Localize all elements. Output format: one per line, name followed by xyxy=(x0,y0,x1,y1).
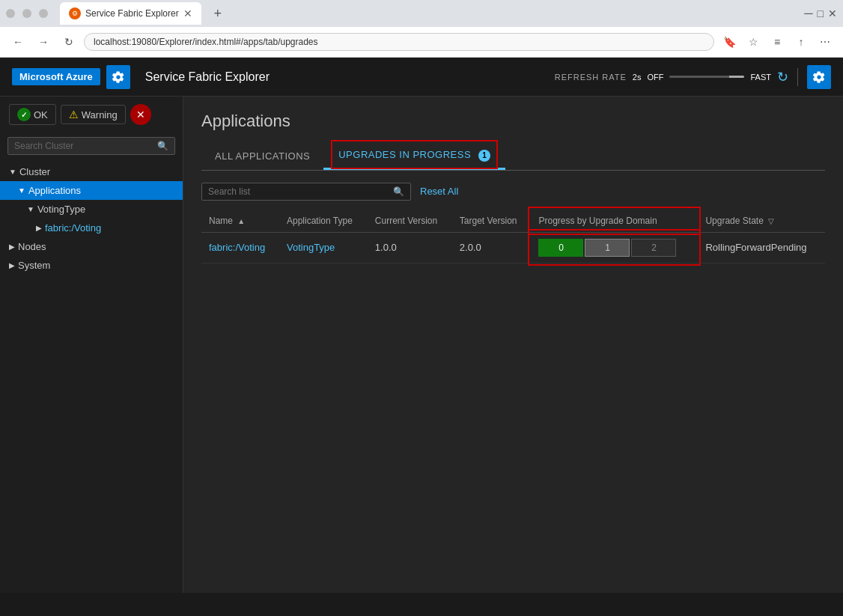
search-cluster-input[interactable] xyxy=(14,141,157,151)
back-button[interactable]: ← xyxy=(7,31,28,52)
table-header-row: Name ▲ Application Type Current Version … xyxy=(201,210,825,233)
applications-table: Name ▲ Application Type Current Version … xyxy=(201,210,825,263)
tab-all-applications[interactable]: ALL APPLICATIONS xyxy=(201,144,323,170)
table-body: fabric:/Voting VotingType 1.0.0 2.0.0 xyxy=(201,232,825,263)
status-warning-button[interactable]: ⚠ Warning xyxy=(61,105,126,124)
cell-name: fabric:/Voting xyxy=(201,232,279,263)
more-icon[interactable]: ⋯ xyxy=(815,31,836,52)
col-upgrade-state-filter-icon[interactable]: ▽ xyxy=(768,217,774,225)
browser-window: ⚙ Service Fabric Explorer ✕ + ─ □ ✕ ← → … xyxy=(0,0,843,58)
ok-icon: ✓ xyxy=(17,108,31,121)
refresh-slider[interactable] xyxy=(669,76,744,78)
col-upgrade-state-label: Upgrade State xyxy=(705,216,763,226)
page-title: Applications xyxy=(201,112,825,131)
nodes-label: Nodes xyxy=(18,241,46,252)
warning-label: Warning xyxy=(82,109,118,121)
tab-favicon: ⚙ xyxy=(69,7,81,19)
col-progress-label: Progress by Upgrade Domain xyxy=(538,216,657,226)
address-bar[interactable] xyxy=(84,33,714,51)
cell-progress: 0 1 2 xyxy=(531,232,698,263)
search-cluster-area: 🔍 xyxy=(0,132,183,159)
tab-title: Service Fabric Explorer xyxy=(85,8,179,19)
sidebar-item-nodes[interactable]: ▶ Nodes xyxy=(0,237,183,256)
refresh-button[interactable]: ↻ xyxy=(58,31,79,52)
tab-upgrades-in-progress[interactable]: UPGRADES IN PROGRESS 1 xyxy=(323,143,505,170)
share-icon[interactable]: ↑ xyxy=(791,31,812,52)
search-reset-row: 🔍 Reset All xyxy=(201,183,825,201)
new-tab-button[interactable]: + xyxy=(207,3,228,24)
fabric-voting-label: fabric:/Voting xyxy=(45,222,101,234)
content-area: Applications ALL APPLICATIONS UPGRADES I… xyxy=(183,97,843,593)
settings-button[interactable] xyxy=(807,65,831,89)
off-label: OFF xyxy=(647,73,663,82)
error-icon: ✕ xyxy=(136,109,145,121)
cell-app-type: VotingType xyxy=(279,232,368,263)
app-title: Service Fabric Explorer xyxy=(145,70,270,84)
tab-close-button[interactable]: ✕ xyxy=(183,7,192,19)
sidebar-tree: ▼ Cluster ▼ Applications ▼ VotingType ▶ … xyxy=(0,159,183,278)
menu-icon[interactable]: ≡ xyxy=(767,31,788,52)
window-maximize-btn[interactable]: □ xyxy=(818,7,824,19)
window-close[interactable] xyxy=(39,9,48,18)
logo-area: Microsoft Azure Service Fabric Explorer xyxy=(12,65,270,89)
forward-button[interactable]: → xyxy=(33,31,54,52)
tab-bar: ALL APPLICATIONS UPGRADES IN PROGRESS 1 xyxy=(201,143,825,171)
status-error-button[interactable]: ✕ xyxy=(130,104,151,125)
col-name-sort-icon[interactable]: ▲ xyxy=(237,217,245,225)
window-minimize[interactable] xyxy=(6,9,15,18)
col-app-type-label: Application Type xyxy=(287,216,353,226)
app-type-link[interactable]: VotingType xyxy=(287,242,335,253)
target-version-value: 2.0.0 xyxy=(460,242,481,253)
cell-target-version: 2.0.0 xyxy=(452,232,532,263)
app-icon-button[interactable] xyxy=(106,65,130,89)
settings-gear-icon xyxy=(812,70,826,84)
col-current-version-label: Current Version xyxy=(375,216,437,226)
ud-block-0: 0 xyxy=(538,239,583,257)
sidebar-item-cluster[interactable]: ▼ Cluster xyxy=(0,162,183,181)
list-search-input[interactable] xyxy=(208,186,393,197)
reset-all-button[interactable]: Reset All xyxy=(420,186,458,197)
sidebar-item-applications[interactable]: ▼ Applications xyxy=(0,181,183,200)
bookmark-icon[interactable]: 🔖 xyxy=(719,31,740,52)
ud-block-2: 2 xyxy=(631,239,676,257)
ud-block-1: 1 xyxy=(585,239,630,257)
status-ok-button[interactable]: ✓ OK xyxy=(9,104,56,125)
refresh-rate-label: REFRESH RATE xyxy=(555,73,627,82)
fabric-voting-chevron: ▶ xyxy=(36,224,42,232)
system-chevron: ▶ xyxy=(9,261,15,269)
refresh-circle-button[interactable]: ↻ xyxy=(777,69,788,85)
sidebar-item-fabric-voting[interactable]: ▶ fabric:/Voting xyxy=(0,219,183,237)
window-maximize[interactable] xyxy=(22,9,31,18)
col-target-version: Target Version xyxy=(452,210,532,233)
sidebar-item-system[interactable]: ▶ System xyxy=(0,256,183,275)
upgrade-domain-progress: 0 1 2 xyxy=(538,239,690,257)
cell-upgrade-state: RollingForwardPending xyxy=(698,232,825,263)
header-divider xyxy=(797,68,798,86)
sidebar: ✓ OK ⚠ Warning ✕ 🔍 xyxy=(0,97,183,593)
app-header: Microsoft Azure Service Fabric Explorer … xyxy=(0,58,843,97)
system-label: System xyxy=(18,260,50,271)
table-row: fabric:/Voting VotingType 1.0.0 2.0.0 xyxy=(201,232,825,263)
col-name: Name ▲ xyxy=(201,210,279,233)
sidebar-item-votingtype[interactable]: ▼ VotingType xyxy=(0,200,183,219)
col-current-version: Current Version xyxy=(368,210,452,233)
col-name-label: Name xyxy=(209,216,233,226)
browser-titlebar: ⚙ Service Fabric Explorer ✕ + ─ □ ✕ xyxy=(0,0,843,27)
app-name-link[interactable]: fabric:/Voting xyxy=(209,242,265,253)
search-cluster-input-wrap: 🔍 xyxy=(7,137,175,155)
star-icon[interactable]: ☆ xyxy=(743,31,764,52)
nodes-chevron: ▶ xyxy=(9,243,15,251)
tab-upgrades-label: UPGRADES IN PROGRESS xyxy=(338,149,471,160)
window-close-btn[interactable]: ✕ xyxy=(828,7,837,19)
cell-current-version: 1.0.0 xyxy=(368,232,452,263)
window-minimize-btn[interactable]: ─ xyxy=(804,7,812,20)
sidebar-status: ✓ OK ⚠ Warning ✕ xyxy=(0,97,183,132)
browser-tab-active[interactable]: ⚙ Service Fabric Explorer ✕ xyxy=(60,2,201,25)
search-icon: 🔍 xyxy=(157,141,168,151)
app-gear-icon xyxy=(112,70,125,84)
app-shell: Microsoft Azure Service Fabric Explorer … xyxy=(0,58,843,593)
votingtype-label: VotingType xyxy=(37,204,85,215)
cluster-chevron: ▼ xyxy=(9,168,16,176)
applications-chevron: ▼ xyxy=(18,186,25,195)
browser-navbar: ← → ↻ 🔖 ☆ ≡ ↑ ⋯ xyxy=(0,27,843,58)
